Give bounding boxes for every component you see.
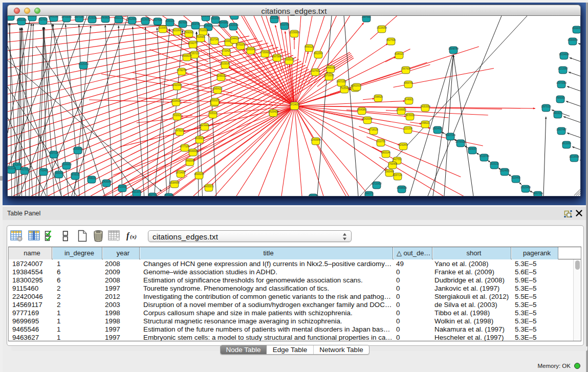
svg-text:16154808: 16154808: [559, 53, 570, 56]
svg-text:1733426: 1733426: [222, 50, 231, 52]
svg-text:1527602: 1527602: [38, 18, 48, 21]
svg-text:19218506: 19218506: [569, 156, 580, 158]
svg-text:9699695: 9699695: [188, 150, 198, 152]
svg-text:1498222: 1498222: [421, 122, 430, 124]
svg-text:13505135: 13505135: [284, 58, 295, 61]
svg-text:17016504: 17016504: [198, 29, 209, 32]
svg-text:10120746: 10120746: [479, 155, 490, 158]
svg-text:(x): (x): [130, 233, 137, 240]
svg-text:18300295: 18300295: [194, 173, 205, 176]
svg-text:16543862: 16543862: [357, 108, 367, 111]
svg-text:10654112: 10654112: [212, 87, 223, 90]
svg-text:7632621: 7632621: [172, 114, 182, 117]
svg-text:f: f: [126, 231, 130, 240]
svg-text:9242843: 9242843: [12, 164, 21, 166]
svg-text:10553257: 10553257: [210, 99, 221, 102]
svg-text:1498222: 1498222: [87, 177, 96, 180]
svg-text:15692921: 15692921: [184, 31, 194, 34]
svg-text:1527602: 1527602: [311, 70, 320, 72]
svg-text:20053346: 20053346: [246, 48, 256, 51]
svg-text:13654923: 13654923: [432, 127, 443, 130]
svg-text:9529906: 9529906: [196, 36, 205, 38]
svg-text:1965498: 1965498: [385, 170, 394, 173]
svg-text:8912954: 8912954: [314, 52, 323, 55]
svg-text:12409948: 12409948: [311, 139, 321, 141]
svg-text:2935114: 2935114: [208, 112, 217, 115]
svg-text:8427552: 8427552: [20, 168, 29, 171]
svg-text:2087682: 2087682: [362, 16, 371, 18]
svg-text:3267130: 3267130: [49, 152, 58, 155]
svg-text:10553257: 10553257: [27, 16, 38, 17]
svg-text:1700468: 1700468: [388, 163, 397, 165]
svg-text:3267130: 3267130: [393, 174, 402, 177]
svg-text:8660124: 8660124: [114, 17, 123, 19]
svg-text:14055572: 14055572: [204, 185, 214, 188]
svg-text:5878332: 5878332: [405, 114, 415, 117]
svg-text:8427552: 8427552: [393, 158, 402, 161]
svg-text:9245032: 9245032: [216, 75, 226, 77]
svg-text:1822019: 1822019: [211, 17, 220, 20]
svg-text:14055572: 14055572: [8, 16, 16, 17]
svg-text:19975887: 19975887: [272, 55, 282, 58]
svg-text:8660124: 8660124: [304, 46, 314, 48]
svg-text:7485063: 7485063: [556, 97, 565, 99]
svg-text:12923446: 12923446: [172, 84, 183, 86]
svg-text:2718128: 2718128: [369, 128, 378, 131]
svg-text:8454749: 8454749: [191, 23, 200, 26]
svg-text:7515546: 7515546: [340, 87, 349, 90]
svg-text:15130141: 15130141: [220, 62, 231, 65]
svg-text:1700468: 1700468: [39, 169, 48, 172]
svg-text:16671355: 16671355: [336, 80, 347, 83]
svg-text:16671355: 16671355: [74, 16, 85, 18]
svg-text:14914479: 14914479: [132, 191, 142, 193]
svg-text:9146821: 9146821: [204, 25, 213, 27]
svg-text:8186323: 8186323: [165, 20, 175, 23]
svg-text:13975115: 13975115: [541, 105, 551, 108]
svg-text:13384554: 13384554: [568, 39, 578, 41]
svg-text:15226058: 15226058: [140, 18, 151, 21]
svg-text:6699695: 6699695: [572, 27, 581, 30]
svg-text:12213967: 12213967: [558, 68, 569, 70]
svg-text:1244419: 1244419: [230, 37, 239, 40]
svg-text:9777169: 9777169: [180, 145, 189, 148]
svg-text:10973493: 10973493: [556, 82, 567, 84]
svg-text:8938923: 8938923: [195, 137, 204, 140]
svg-text:18724007: 18724007: [176, 171, 186, 174]
svg-text:15226058: 15226058: [377, 27, 387, 29]
svg-text:14958147: 14958147: [182, 55, 192, 57]
svg-text:1965498: 1965498: [54, 172, 63, 174]
svg-text:9463627: 9463627: [553, 112, 562, 115]
svg-text:9242843: 9242843: [399, 144, 408, 146]
svg-text:9465546: 9465546: [185, 160, 194, 162]
svg-text:9527508: 9527508: [386, 39, 396, 41]
svg-text:9227342: 9227342: [210, 38, 219, 41]
svg-text:8186323: 8186323: [395, 53, 404, 55]
svg-text:16807487: 16807487: [556, 128, 567, 131]
svg-text:15716485: 15716485: [164, 194, 175, 196]
svg-text:21420046: 21420046: [362, 118, 373, 120]
svg-text:9146821: 9146821: [404, 98, 413, 101]
svg-text:21420046: 21420046: [228, 24, 239, 27]
svg-text:19384554: 19384554: [169, 182, 180, 184]
svg-text:2803144: 2803144: [8, 167, 16, 170]
svg-text:20206526: 20206526: [171, 100, 182, 102]
svg-text:12342757: 12342757: [188, 42, 199, 45]
svg-text:19166825: 19166825: [61, 163, 72, 166]
svg-text:5878332: 5878332: [71, 173, 80, 176]
svg-text:1822019: 1822019: [352, 84, 361, 87]
svg-text:10719155: 10719155: [61, 16, 72, 18]
svg-text:15751074: 15751074: [235, 43, 246, 46]
svg-text:19166825: 19166825: [396, 108, 407, 111]
svg-text:17359924: 17359924: [260, 51, 271, 54]
svg-text:2967608: 2967608: [401, 68, 410, 70]
svg-text:9115460: 9115460: [511, 177, 520, 179]
svg-text:1610755: 1610755: [376, 140, 385, 143]
svg-text:2986372: 2986372: [364, 192, 374, 195]
svg-text:16543862: 16543862: [219, 21, 229, 24]
svg-text:1221338: 1221338: [270, 17, 279, 19]
svg-text:8466160: 8466160: [49, 16, 58, 18]
svg-text:16782759: 16782759: [177, 69, 187, 72]
svg-text:14353594: 14353594: [73, 148, 83, 150]
svg-text:1610755: 1610755: [280, 24, 289, 26]
svg-text:10688609: 10688609: [397, 187, 407, 189]
